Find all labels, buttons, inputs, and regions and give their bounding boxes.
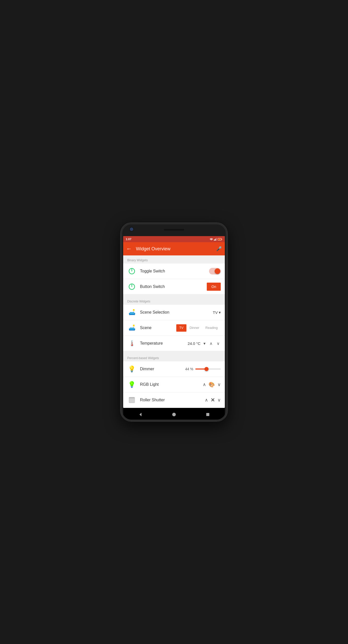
svg-rect-5 [222, 239, 222, 240]
button-switch-on[interactable]: On [207, 283, 221, 291]
dimmer-label: Dimmer [140, 367, 185, 371]
rgb-up-btn[interactable]: ∧ [203, 382, 206, 387]
wifi-icon [210, 238, 213, 241]
rgb-light-icon: 💡 [127, 380, 136, 389]
svg-rect-14 [129, 402, 135, 402]
nav-home[interactable] [171, 411, 177, 418]
toggle-switch-input[interactable] [209, 268, 221, 274]
shutter-stop-btn[interactable]: ✕ [211, 397, 215, 403]
scene-row: 🛋️ Scene TV Dinner Reading [123, 320, 225, 336]
nav-home-icon [172, 412, 176, 417]
dimmer-slider[interactable] [195, 369, 221, 370]
shutter-down-btn[interactable]: ∨ [217, 397, 221, 403]
rgb-light-row: 💡 RGB Light ∧ 🎨 ∨ [123, 377, 225, 392]
palette-icon[interactable]: 🎨 [209, 381, 215, 388]
rgb-down-btn[interactable]: ∨ [217, 382, 221, 387]
svg-rect-12 [129, 399, 135, 400]
button-switch-icon [127, 282, 136, 291]
scene-selection-value: TV [213, 310, 218, 315]
toggle-switch-control [209, 268, 221, 274]
roller-shutter-icon [127, 395, 136, 405]
power-icon-toggle [128, 268, 135, 275]
signal-icon [214, 238, 217, 241]
temperature-control: 24.0 °C ▾ ∧ ∨ [188, 341, 221, 346]
scene-selection-icon: 🛋️ [127, 308, 136, 317]
scene-tab-tv[interactable]: TV [176, 324, 187, 332]
phone-camera [130, 227, 133, 231]
app-title: Widget Overview [136, 246, 216, 252]
bulb-icon-dimmer: 💡 [128, 365, 136, 373]
app-bar: ← Widget Overview 🎤 [123, 242, 225, 255]
svg-text:⚡: ⚡ [219, 239, 221, 241]
rgb-light-control: ∧ 🎨 ∨ [203, 381, 221, 388]
toggle-knob [215, 268, 220, 274]
toggle-switch-label: Toggle Switch [140, 269, 209, 273]
shutter-icon [128, 396, 135, 404]
temperature-icon: 🌡️ [127, 339, 136, 348]
temperature-row: 🌡️ Temperature 24.0 °C ▾ ∧ ∨ [123, 336, 225, 351]
content-area: Binary Widgets Toggle Switch [123, 255, 225, 408]
divider-2 [123, 351, 225, 353]
battery-icon: ⚡ [218, 238, 222, 241]
dimmer-thumb [204, 367, 209, 371]
svg-point-22 [172, 413, 176, 416]
svg-rect-11 [129, 397, 135, 398]
shutter-up-btn[interactable]: ∧ [205, 397, 208, 403]
dimmer-value: 44 % [185, 367, 193, 371]
nav-back-icon [138, 412, 143, 417]
back-button[interactable]: ← [126, 246, 132, 252]
temperature-dropdown[interactable]: ▾ [202, 341, 207, 346]
phone-frame: 1:07 [121, 223, 227, 421]
dimmer-row: 💡 Dimmer 44 % [123, 361, 225, 377]
sofa-icon-1: 🛋️ [129, 309, 135, 316]
button-switch-label: Button Switch [140, 284, 207, 289]
phone-speaker [164, 229, 184, 231]
dimmer-icon: 💡 [127, 364, 136, 374]
binary-section-header: Binary Widgets [123, 255, 225, 264]
svg-rect-2 [215, 239, 216, 241]
power-icon-button [128, 283, 135, 290]
toggle-switch-row: Toggle Switch [123, 264, 225, 279]
discrete-section-header: Discrete Widgets [123, 297, 225, 305]
bulb-icon-rgb: 💡 [128, 381, 136, 388]
svg-rect-0 [214, 240, 214, 241]
scene-selection-row: 🛋️ Scene Selection TV ▾ [123, 305, 225, 320]
roller-shutter-label: Roller Shutter [140, 398, 205, 402]
thermometer-icon: 🌡️ [129, 340, 135, 347]
divider-1 [123, 295, 225, 297]
scene-tabs: TV Dinner Reading [176, 324, 221, 332]
button-switch-control: On [207, 283, 221, 291]
nav-bar [123, 408, 225, 421]
scene-label: Scene [140, 326, 176, 330]
status-icons: ⚡ [210, 238, 222, 241]
dimmer-control: 44 % [185, 367, 221, 371]
temperature-value: 24.0 °C [188, 341, 200, 346]
nav-back[interactable] [137, 411, 143, 418]
scene-tab-dinner[interactable]: Dinner [186, 324, 202, 332]
svg-rect-1 [215, 239, 215, 241]
rgb-light-label: RGB Light [140, 382, 203, 387]
toggle-switch-icon [127, 267, 136, 276]
scene-selection-control[interactable]: TV ▾ [213, 310, 221, 315]
svg-rect-13 [129, 400, 135, 401]
temperature-up[interactable]: ∧ [209, 341, 214, 346]
status-bar: 1:07 [123, 236, 225, 242]
status-time: 1:07 [126, 238, 131, 241]
nav-recent-icon [206, 413, 210, 416]
temperature-down[interactable]: ∨ [216, 341, 221, 346]
roller-shutter-row: Roller Shutter ∧ ✕ ∨ [123, 392, 225, 408]
svg-rect-23 [206, 413, 209, 416]
phone-screen: 1:07 [123, 236, 225, 408]
scene-icon: 🛋️ [127, 323, 136, 332]
scene-selection-label: Scene Selection [140, 310, 213, 315]
svg-marker-21 [139, 413, 141, 416]
percent-section-header: Percent-based Widgets [123, 353, 225, 361]
svg-rect-3 [216, 238, 217, 241]
mic-button[interactable]: 🎤 [216, 246, 222, 252]
nav-recent[interactable] [205, 411, 211, 418]
temperature-label: Temperature [140, 341, 188, 346]
scene-selection-chevron: ▾ [219, 310, 221, 315]
scene-tab-reading[interactable]: Reading [202, 324, 221, 332]
roller-shutter-control: ∧ ✕ ∨ [205, 397, 221, 403]
button-switch-row: Button Switch On [123, 279, 225, 295]
